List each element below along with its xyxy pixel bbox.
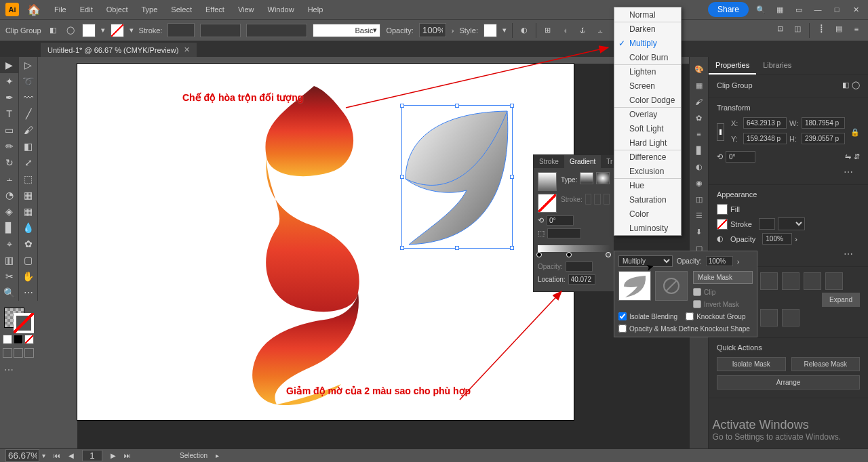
trans-opacity-more-icon[interactable]: › <box>737 257 740 266</box>
shape-builder-tool[interactable]: ◔ <box>0 187 19 203</box>
stroke-width-dropdown[interactable] <box>778 217 805 230</box>
blend-mode-luminosity[interactable]: Luminosity <box>614 221 681 235</box>
blend-mode-color-dodge[interactable]: Color Dodge <box>614 93 681 107</box>
menu-object[interactable]: Object <box>101 3 134 16</box>
libraries-tab[interactable]: Libraries <box>756 57 798 75</box>
gradient-stop-3[interactable] <box>606 252 611 257</box>
maximize-icon[interactable]: □ <box>830 3 844 16</box>
handle-bl[interactable] <box>400 246 404 250</box>
align-r-icon[interactable] <box>760 272 778 290</box>
handle-tr[interactable] <box>510 104 514 108</box>
align-right-icon[interactable]: ⫠ <box>595 24 607 37</box>
shaper-tool[interactable]: ✏ <box>0 138 19 154</box>
rotate-tool[interactable]: ↻ <box>0 154 19 171</box>
transparency-panel-icon[interactable]: ◐ <box>692 160 706 173</box>
artboard-tool[interactable]: ▢ <box>19 252 38 268</box>
gradient-stop-2[interactable] <box>566 252 572 257</box>
none-mode-icon[interactable] <box>24 335 34 344</box>
draw-normal-icon[interactable] <box>3 348 12 358</box>
flip-h-icon[interactable]: ⇋ <box>845 152 851 161</box>
linear-grad-icon[interactable] <box>580 172 593 184</box>
menu-type[interactable]: Type <box>136 3 163 16</box>
zoom-dropdown-icon[interactable]: ▾ <box>42 452 45 459</box>
pathfinder-3-icon[interactable] <box>760 309 778 327</box>
blend-mode-color-burn[interactable]: Color Burn <box>614 50 681 64</box>
color-panel-icon[interactable]: 🎨 <box>692 62 706 76</box>
grad-location-input[interactable] <box>568 274 595 285</box>
stroke-weight-input[interactable] <box>167 23 195 37</box>
handle-l[interactable] <box>400 175 404 179</box>
handle-r[interactable] <box>510 175 514 179</box>
lasso-tool[interactable]: ➰ <box>19 73 38 89</box>
stroke-grad-1-icon[interactable] <box>585 194 591 205</box>
close-window-icon[interactable]: ✕ <box>849 3 863 16</box>
draw-inside-icon[interactable] <box>24 348 34 358</box>
opacity-input-2[interactable] <box>762 233 792 245</box>
menu-view[interactable]: View <box>233 3 260 16</box>
blend-mode-multiply[interactable]: Multiply <box>614 36 681 50</box>
selected-object-bbox[interactable] <box>401 105 513 249</box>
type-tool[interactable]: T <box>0 106 19 122</box>
stroke-chip[interactable] <box>717 219 728 230</box>
h-input[interactable] <box>802 133 845 144</box>
artboard-nav-input[interactable] <box>82 450 102 461</box>
nav-first-icon[interactable]: ⏮ <box>54 452 60 459</box>
handle-tl[interactable] <box>400 104 404 108</box>
line-tool[interactable]: ╱ <box>19 106 38 122</box>
recolor-icon[interactable]: ◐ <box>518 24 530 37</box>
clip-icon[interactable]: ◧ <box>842 81 849 89</box>
arrange-button[interactable]: Arrange <box>717 375 860 390</box>
nav-prev-icon[interactable]: ◀ <box>68 452 74 459</box>
blend-tool[interactable]: ⌖ <box>0 236 19 252</box>
gradient-stop-1[interactable] <box>536 252 542 257</box>
blend-mode-lighten[interactable]: Lighten <box>614 64 681 79</box>
stroke-grad-2-icon[interactable] <box>594 194 600 205</box>
trans-artwork-thumb[interactable] <box>618 271 651 301</box>
grad-opacity-input[interactable] <box>566 261 593 272</box>
handle-t[interactable] <box>455 104 459 108</box>
opacity-more-2[interactable]: › <box>795 235 797 243</box>
blend-mode-exclusion[interactable]: Exclusion <box>614 164 681 178</box>
style-swatch[interactable] <box>484 24 497 37</box>
pref2-icon[interactable]: ▤ <box>833 23 845 35</box>
x-input[interactable] <box>743 117 787 129</box>
stroke-grad-3-icon[interactable] <box>604 194 610 205</box>
handle-br[interactable] <box>510 246 514 250</box>
direct-selection-tool[interactable]: ▷ <box>19 57 38 73</box>
align-to-icon[interactable]: ⊞ <box>542 24 554 37</box>
trans-opacity-input[interactable] <box>706 256 733 266</box>
width-tool[interactable]: ⫠ <box>0 171 19 187</box>
angle-input[interactable] <box>726 151 755 163</box>
status-mode-more-icon[interactable]: ▸ <box>216 452 219 459</box>
grad-aspect-input[interactable] <box>547 228 581 238</box>
share-button[interactable]: Share <box>708 2 749 17</box>
symbols-panel-icon[interactable]: ✿ <box>692 111 706 125</box>
nav-last-icon[interactable]: ⏭ <box>124 452 131 459</box>
expand-button[interactable]: Expand <box>822 293 860 307</box>
blend-mode-color[interactable]: Color <box>614 207 681 221</box>
isolate-mask-button[interactable]: Isolate Mask <box>717 357 786 371</box>
align-center-icon[interactable]: ⫝̸ <box>577 24 589 37</box>
knockout-checkbox[interactable] <box>686 312 694 320</box>
handle-b[interactable] <box>455 246 459 250</box>
workspace-icon[interactable]: ▭ <box>792 3 806 16</box>
radial-grad-icon[interactable] <box>596 172 610 184</box>
hand-tool[interactable]: ✋ <box>19 268 38 285</box>
color-mode-icon[interactable] <box>3 335 12 344</box>
transform-more-icon[interactable]: ⋯ <box>717 165 860 179</box>
reference-point-selector[interactable] <box>717 123 724 141</box>
asset-export-icon[interactable]: ⬇ <box>692 225 706 238</box>
nav-next-icon[interactable]: ▶ <box>111 452 116 459</box>
layers-panel-icon[interactable]: ☰ <box>692 209 706 222</box>
pen-tool[interactable]: ✒ <box>0 89 19 106</box>
stroke-dropdown-icon[interactable]: ▾ <box>130 26 134 35</box>
appearance-panel-icon[interactable]: ◉ <box>692 176 706 190</box>
pref3-icon[interactable]: ≡ <box>850 23 863 35</box>
mask-icon[interactable]: ◫ <box>791 23 804 35</box>
slice-tool[interactable]: ✂ <box>0 268 19 285</box>
blend-mode-soft-light[interactable]: Soft Light <box>614 121 681 135</box>
gradient-panel-icon[interactable]: ▊ <box>692 144 706 157</box>
menu-window[interactable]: Window <box>262 3 300 16</box>
define-knockout-checkbox[interactable] <box>618 324 627 333</box>
curvature-tool[interactable]: 〰 <box>19 89 38 106</box>
